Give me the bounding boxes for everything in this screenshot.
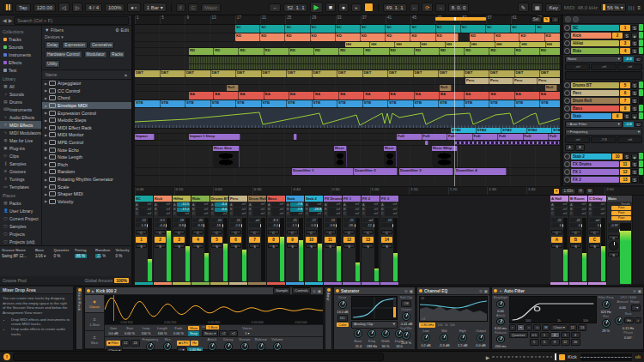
device-item-envelope-midi[interactable]: ▶Envelope MIDI — [42, 102, 131, 110]
clip[interactable]: BA — [239, 92, 264, 100]
track-number[interactable]: 9 — [612, 113, 623, 119]
volume-value[interactable]: -18 — [173, 218, 185, 222]
volume-value[interactable]: -8.8 — [623, 57, 634, 62]
send-b[interactable]: B-inf — [192, 207, 209, 211]
arm-button[interactable] — [564, 113, 570, 119]
clip[interactable]: Perc — [489, 78, 513, 84]
mid-knob[interactable] — [440, 334, 448, 342]
scroll-down-button[interactable] — [573, 16, 579, 22]
computer-midi-keyboard-icon[interactable]: ▦ — [532, 3, 544, 12]
track-number[interactable]: 14 — [381, 237, 392, 243]
mode-tab-1-shot[interactable]: ≣1-Shot — [85, 313, 104, 331]
collapsed-rack-device[interactable]: Kick Rack — [76, 287, 83, 350]
send-value[interactable]: -inf — [617, 63, 642, 70]
nudge-down-button[interactable]: ◁ — [58, 3, 70, 12]
arm-button[interactable] — [564, 177, 570, 183]
track-number[interactable]: 1 — [620, 25, 630, 31]
clip[interactable]: DBT — [211, 70, 237, 77]
clip[interactable]: BA — [415, 92, 440, 100]
clip[interactable]: RD — [214, 48, 239, 55]
base-knob[interactable] — [354, 329, 362, 338]
drive-knob[interactable] — [338, 300, 347, 309]
send-c[interactable]: C-inf — [325, 212, 341, 216]
sidebar-item-instruments[interactable]: ⌨Instruments — [0, 106, 41, 113]
clip[interactable]: DBT — [388, 70, 414, 77]
clip[interactable]: DBT — [161, 70, 186, 77]
arm-button[interactable] — [564, 161, 570, 167]
sidebar-item-packs[interactable]: ▥Packs — [0, 199, 41, 207]
return-letter[interactable]: C — [589, 237, 600, 243]
send-c[interactable]: C-inf — [287, 212, 303, 216]
send-a[interactable]: A-inf — [589, 202, 605, 207]
send-a[interactable]: A-inf — [136, 202, 152, 207]
track-number[interactable]: 7 — [249, 237, 260, 243]
track-header-perc[interactable]: Perc6S — [563, 89, 644, 97]
clip[interactable]: SC — [436, 25, 461, 33]
zoom-width-button[interactable]: W — [586, 188, 594, 195]
clip[interactable]: Downlifter 4 — [455, 168, 507, 175]
device-title[interactable]: Saturator — [341, 289, 403, 293]
midi-capture-button[interactable]: + — [351, 3, 361, 12]
set-locator-button[interactable]: Set — [531, 16, 542, 23]
filter-toggle[interactable]: ■ Filter — [106, 341, 120, 346]
filters-header[interactable]: ▼ Filters — [45, 27, 64, 33]
send-c[interactable]: C-inf — [249, 212, 265, 216]
clip[interactable]: STB — [135, 100, 161, 107]
post-toggle[interactable]: Post — [611, 206, 631, 210]
sample-waveform[interactable]: 0:00:1000:00:2000:00:3000:00:4000:00:500 — [105, 295, 323, 325]
drywet-knob[interactable] — [402, 331, 410, 340]
send-a[interactable]: A-inf — [325, 202, 341, 207]
clip[interactable]: SC — [461, 25, 486, 33]
clip[interactable]: DBT — [313, 70, 338, 77]
mixer-strip-fx-drums[interactable]: FX DrumsA-infB-infC-inf-13-3.8C11S — [324, 196, 343, 285]
solo-button[interactable]: S — [325, 244, 336, 248]
clip[interactable]: Riser — [334, 146, 347, 167]
volume-value[interactable]: -3.5 — [155, 218, 166, 222]
sidebar-item-clips[interactable]: ▷Clips — [0, 152, 41, 160]
sidebar-item-projects-old[interactable]: ▢Projects (old) — [0, 238, 41, 245]
low-knob[interactable] — [422, 334, 430, 342]
volume-value[interactable]: -inf — [362, 218, 374, 222]
soft-clip-toggle[interactable]: Off — [401, 300, 410, 307]
solo-button[interactable]: S — [631, 25, 638, 31]
lock-envelopes-icon[interactable]: ⌂ — [551, 16, 559, 23]
param-value[interactable]: 0.00 % — [173, 331, 184, 335]
volume-value[interactable]: -15 — [230, 218, 241, 222]
clip[interactable] — [454, 141, 560, 145]
filter-chip-utility[interactable]: Utility — [45, 60, 60, 68]
volume-value[interactable]: -0.97 — [608, 223, 619, 227]
device-item-expression-control[interactable]: ▶Expression Control — [42, 109, 131, 117]
mode-tab-classic[interactable]: ◉Classic — [85, 295, 104, 313]
filter-slope-12[interactable]: 12 — [121, 340, 130, 347]
clip[interactable]: DBT — [287, 70, 313, 77]
sidebar-item-midi-effects[interactable]: ≡MIDI Effects — [0, 121, 41, 129]
clip[interactable]: DBT — [439, 70, 465, 77]
send-b[interactable]: B-inf — [551, 207, 568, 211]
send-value[interactable]: -inf — [591, 63, 616, 70]
saturation-type-menu[interactable]: Analog Clip▾ — [351, 321, 398, 329]
clip[interactable]: KD — [470, 33, 495, 41]
send-a[interactable]: A-inf — [343, 202, 360, 207]
clip[interactable]: STB — [439, 100, 465, 107]
clip[interactable]: STB — [489, 100, 515, 107]
search-input[interactable]: Search (Ctrl + F) — [14, 16, 129, 25]
mixer-strip-hihat[interactable]: HiHatA-12.5B-17.2C-inf-18-9.8C3S — [173, 196, 191, 285]
env-amount-knob[interactable] — [496, 300, 505, 308]
device-item-shaper-midi[interactable]: ▶Shaper MIDI — [42, 190, 131, 198]
track-header-hihat[interactable]: HiHat3S — [563, 39, 644, 47]
clip[interactable]: HH — [520, 42, 545, 47]
send-c[interactable]: C-inf — [155, 212, 171, 216]
groove-pool-toggle[interactable]: Groove Pool — [3, 278, 27, 283]
sidebar-item-audio-effects[interactable]: ≈Audio Effects — [0, 113, 41, 121]
clip[interactable]: Riser Sine — [213, 146, 240, 167]
clip[interactable]: FxD — [524, 134, 550, 140]
quantize-1[interactable]: 1 — [540, 332, 550, 339]
quantize-3[interactable]: 3 — [561, 332, 570, 339]
send-a[interactable]: A-inf — [155, 202, 171, 207]
send-value[interactable]: -inf — [617, 136, 642, 143]
pan-control[interactable]: C — [136, 230, 147, 234]
device-activator[interactable] — [336, 289, 339, 293]
send-b[interactable]: B-inf — [249, 207, 265, 211]
pan-control[interactable]: C — [155, 230, 166, 234]
track-number[interactable]: 8 — [268, 237, 279, 243]
